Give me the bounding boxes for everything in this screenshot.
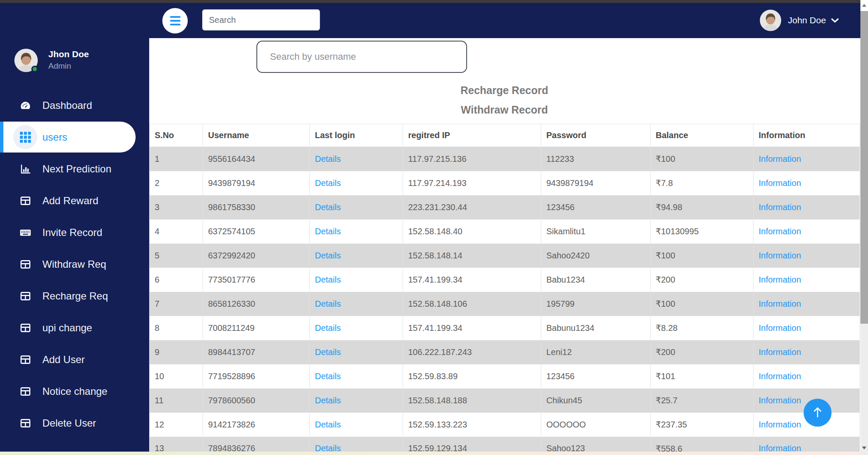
cell-sno: 8 <box>150 316 203 340</box>
cell-registered-ip: 152.58.148.188 <box>403 388 541 413</box>
cell-information-link[interactable]: Information <box>759 203 801 212</box>
cell-information: Information <box>754 147 860 171</box>
vertical-scrollbar[interactable] <box>860 0 868 455</box>
cell-last-login-link[interactable]: Details <box>315 347 341 357</box>
cell-last-login-link[interactable]: Details <box>315 178 341 188</box>
cell-registered-ip: 117.97.214.193 <box>403 171 541 195</box>
cell-last-login-link[interactable]: Details <box>315 251 341 260</box>
cell-information-link[interactable]: Information <box>759 347 801 357</box>
cell-last-login: Details <box>310 244 403 268</box>
cell-last-login: Details <box>310 388 403 413</box>
table-row: 78658126330Details152.58.148.106195799₹1… <box>150 292 860 316</box>
sidebar-item-delete-user[interactable]: Delete User <box>0 407 149 439</box>
sidebar-item-label: Recharge Req <box>42 290 108 302</box>
cell-information-link[interactable]: Information <box>759 251 801 260</box>
scroll-down-arrow-icon[interactable] <box>860 443 868 452</box>
table-icon <box>13 189 37 213</box>
cell-username: 9439879194 <box>203 171 310 195</box>
users-table-header: S.NoUsernameLast loginregitred IPPasswor… <box>150 124 860 147</box>
cell-information-link[interactable]: Information <box>759 154 801 164</box>
cell-information-link[interactable]: Information <box>759 396 801 405</box>
cell-username: 6372574105 <box>203 219 310 244</box>
sidebar-item-add-reward[interactable]: Add Reward <box>0 185 149 216</box>
withdraw-record-heading: Withdraw Record <box>149 104 860 116</box>
cell-password: 123456 <box>541 195 651 219</box>
cell-last-login-link[interactable]: Details <box>315 396 341 405</box>
cell-username: 7978600560 <box>203 388 310 413</box>
cell-registered-ip: 152.59.83.89 <box>403 364 541 388</box>
column-header-s-no: S.No <box>150 124 203 147</box>
cell-sno: 1 <box>150 147 203 171</box>
sidebar-item-recharge-req[interactable]: Recharge Req <box>0 280 149 312</box>
recharge-record-heading: Recharge Record <box>149 84 860 97</box>
cell-last-login: Details <box>310 413 403 437</box>
cell-balance: ₹200 <box>651 268 754 292</box>
sidebar-item-withdraw-req[interactable]: Withdraw Req <box>0 248 149 280</box>
cell-information-link[interactable]: Information <box>759 275 801 284</box>
sidebar-item-notice-change[interactable]: Notice change <box>0 375 149 407</box>
menu-toggle-button[interactable] <box>162 8 188 33</box>
cell-username: 7719528896 <box>203 364 310 388</box>
sidebar-item-upi-change[interactable]: upi change <box>0 312 149 344</box>
cell-last-login: Details <box>310 219 403 244</box>
cell-password: 112233 <box>541 147 651 171</box>
sidebar-item-label: Withdraw Req <box>42 258 106 270</box>
sidebar-item-invite-record[interactable]: Invite Record <box>0 216 149 248</box>
users-table-body: 19556164434Details117.97.215.136112233₹1… <box>150 147 860 455</box>
cell-password: Sikamlitu1 <box>541 219 651 244</box>
sidebar-item-add-user[interactable]: Add User <box>0 344 149 375</box>
table-row: 117978600560Details152.58.148.188Chikun4… <box>150 388 860 413</box>
cell-last-login-link[interactable]: Details <box>315 372 341 381</box>
table-row: 56372992420Details152.58.148.14Sahoo2420… <box>150 244 860 268</box>
scroll-up-arrow-icon[interactable] <box>860 0 868 11</box>
cell-last-login: Details <box>310 292 403 316</box>
cell-last-login-link[interactable]: Details <box>315 420 341 429</box>
search-input[interactable] <box>202 9 320 31</box>
table-icon <box>13 316 37 340</box>
cell-last-login-link[interactable]: Details <box>315 275 341 284</box>
cell-registered-ip: 152.58.148.14 <box>403 244 541 268</box>
cell-username: 8658126330 <box>203 292 310 316</box>
table-icon <box>13 284 37 308</box>
cell-information-link[interactable]: Information <box>759 420 801 429</box>
cell-information-link[interactable]: Information <box>759 178 801 188</box>
scrollbar-thumb[interactable] <box>860 11 868 324</box>
cell-last-login: Details <box>310 316 403 340</box>
cell-registered-ip: 117.97.215.136 <box>403 147 541 171</box>
sidebar-item-next-prediction[interactable]: Next Prediction <box>0 153 149 185</box>
cell-username: 7735017776 <box>203 268 310 292</box>
sidebar-item-dashboard[interactable]: Dashboard <box>0 89 149 121</box>
table-icon <box>13 379 37 403</box>
cell-password: Babu1234 <box>541 268 651 292</box>
user-menu[interactable]: John Doe <box>760 8 839 33</box>
active-item-accent-bar <box>0 122 3 153</box>
cell-sno: 12 <box>150 413 203 437</box>
table-row: 39861758330Details223.231.230.44123456₹9… <box>150 195 860 219</box>
chevron-down-icon <box>831 18 839 23</box>
cell-password: 195799 <box>541 292 651 316</box>
username-filter-input[interactable] <box>256 41 467 73</box>
sidebar: # ADMIN Jhon Doe Admin DashboardusersNex… <box>0 3 149 455</box>
cell-password: 9439879194 <box>541 171 651 195</box>
cell-last-login-link[interactable]: Details <box>315 203 341 212</box>
cell-last-login-link[interactable]: Details <box>315 323 341 333</box>
cell-information-link[interactable]: Information <box>759 299 801 308</box>
sidebar-item-users[interactable]: users <box>0 121 149 153</box>
cell-information-link[interactable]: Information <box>759 323 801 333</box>
cell-information-link[interactable]: Information <box>759 372 801 381</box>
cell-last-login-link[interactable]: Details <box>315 154 341 164</box>
cell-last-login-link[interactable]: Details <box>315 299 341 308</box>
cell-balance: ₹94.98 <box>651 195 754 219</box>
cell-information: Information <box>754 244 860 268</box>
scroll-to-top-button[interactable] <box>804 399 832 427</box>
cell-sno: 7 <box>150 292 203 316</box>
cell-information: Information <box>754 316 860 340</box>
sidebar-item-label: Notice change <box>42 386 107 397</box>
cell-sno: 11 <box>150 388 203 413</box>
cell-information-link[interactable]: Information <box>759 227 801 236</box>
cell-last-login-link[interactable]: Details <box>315 227 341 236</box>
cell-password: OOOOOO <box>541 413 651 437</box>
chart-bar-icon <box>13 157 37 181</box>
table-row: 87008211249Details157.41.199.34Babunu123… <box>150 316 860 340</box>
sidebar-item-label: Add Reward <box>42 195 98 207</box>
